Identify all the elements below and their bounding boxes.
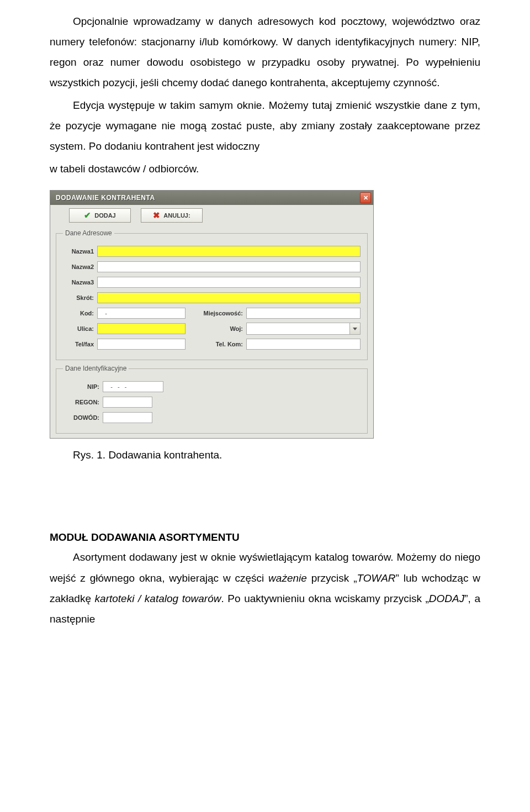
label-nazwa1: Nazwa1 <box>63 248 97 255</box>
label-kod: Kod: <box>63 310 97 317</box>
cancel-button-label: ANULUJ: <box>163 212 190 219</box>
label-nazwa3: Nazwa3 <box>63 279 97 286</box>
paragraph-2b: w tabeli dostawców / odbiorców. <box>50 159 480 179</box>
label-telkom: Tel. Kom: <box>186 341 246 347</box>
id-group: Dane Identyfikacyjne NIP: REGON: DOWÓD: <box>56 365 368 434</box>
dialog-titlebar: DODAWANIE KONTRAHENTA ✕ <box>50 191 373 205</box>
input-regon[interactable] <box>103 397 152 408</box>
input-nazwa2[interactable] <box>97 261 361 272</box>
paragraph-3: Asortyment dodawany jest w oknie wyświet… <box>50 547 480 629</box>
p3-i1: ważenie <box>268 572 307 584</box>
select-woj-arrow[interactable] <box>349 323 360 334</box>
add-contractor-dialog: DODAWANIE KONTRAHENTA ✕ ✔ DODAJ ✖ ANULUJ… <box>50 190 374 439</box>
p3-i2: TOWAR <box>357 572 396 584</box>
input-miejscowosc[interactable] <box>246 308 361 319</box>
label-dowod: DOWÓD: <box>63 414 103 421</box>
id-group-legend: Dane Identyfikacyjne <box>63 365 129 372</box>
input-telkom[interactable] <box>246 339 361 350</box>
address-group: Dane Adresowe Nazwa1 Nazwa2 Nazwa3 Skrót… <box>56 229 368 360</box>
label-nazwa2: Nazwa2 <box>63 263 97 270</box>
input-nazwa1[interactable] <box>97 246 361 257</box>
section-heading: MODUŁ DODAWANIA ASORTYMENTU <box>50 531 480 544</box>
p3-i4: DODAJ <box>429 593 464 604</box>
dialog-toolbar: ✔ DODAJ ✖ ANULUJ: <box>50 205 373 225</box>
select-woj-body[interactable] <box>247 323 349 334</box>
x-icon: ✖ <box>153 212 161 219</box>
add-button-label: DODAJ <box>94 212 116 219</box>
chevron-down-icon <box>353 328 357 330</box>
p3-s4: . Po uaktywnieniu okna wciskamy przycisk… <box>221 593 428 604</box>
check-icon: ✔ <box>84 212 92 219</box>
input-nazwa3[interactable] <box>97 277 361 288</box>
cancel-button[interactable]: ✖ ANULUJ: <box>141 208 203 223</box>
label-regon: REGON: <box>63 399 103 405</box>
dialog-screenshot: DODAWANIE KONTRAHENTA ✕ ✔ DODAJ ✖ ANULUJ… <box>50 190 480 439</box>
dialog-title: DODAWANIE KONTRAHENTA <box>56 194 155 202</box>
input-skrot[interactable] <box>97 292 361 303</box>
paragraph-2a: Edycja występuje w takim samym oknie. Mo… <box>50 95 480 156</box>
label-skrot: Skrót: <box>63 294 97 301</box>
label-telfax: Tel/fax <box>63 341 97 347</box>
input-nip[interactable] <box>103 381 163 392</box>
label-woj: Woj: <box>186 325 246 332</box>
add-button[interactable]: ✔ DODAJ <box>69 208 131 223</box>
select-woj[interactable] <box>246 323 361 335</box>
close-icon: ✕ <box>363 195 368 201</box>
input-kod[interactable] <box>97 308 186 319</box>
paragraph-1: Opcjonalnie wprowadzamy w danych adresow… <box>50 11 480 93</box>
address-group-legend: Dane Adresowe <box>63 229 114 237</box>
input-dowod[interactable] <box>103 412 152 423</box>
label-nip: NIP: <box>63 383 103 390</box>
p3-s2: przycisk „ <box>307 572 357 584</box>
close-button[interactable]: ✕ <box>360 192 371 203</box>
input-ulica[interactable] <box>97 323 186 334</box>
p3-i3: kartoteki / katalog towarów <box>95 593 221 604</box>
label-ulica: Ulica: <box>63 325 97 332</box>
figure-caption: Rys. 1. Dodawania kontrahenta. <box>73 445 480 465</box>
label-miejscowosc: Miejscowość: <box>186 310 246 317</box>
input-telfax[interactable] <box>97 339 186 350</box>
